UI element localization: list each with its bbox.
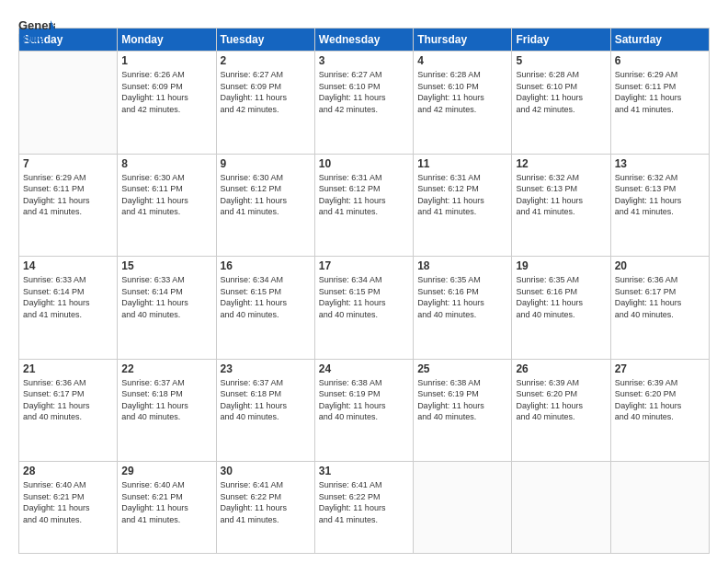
day-number: 11 xyxy=(417,157,507,170)
day-info: Sunrise: 6:29 AM Sunset: 6:11 PM Dayligh… xyxy=(615,69,705,115)
day-number: 14 xyxy=(23,259,113,272)
day-number: 18 xyxy=(417,259,507,272)
day-info: Sunrise: 6:40 AM Sunset: 6:21 PM Dayligh… xyxy=(121,479,211,525)
calendar-cell xyxy=(414,462,512,554)
day-info: Sunrise: 6:41 AM Sunset: 6:22 PM Dayligh… xyxy=(319,479,409,525)
day-number: 5 xyxy=(516,54,606,67)
day-info: Sunrise: 6:35 AM Sunset: 6:16 PM Dayligh… xyxy=(417,274,507,320)
weekday-header-monday: Monday xyxy=(118,29,216,52)
calendar-cell: 5Sunrise: 6:28 AM Sunset: 6:10 PM Daylig… xyxy=(512,52,610,155)
day-info: Sunrise: 6:40 AM Sunset: 6:21 PM Dayligh… xyxy=(23,479,113,525)
day-info: Sunrise: 6:39 AM Sunset: 6:20 PM Dayligh… xyxy=(516,377,606,423)
calendar-cell: 13Sunrise: 6:32 AM Sunset: 6:13 PM Dayli… xyxy=(610,154,709,257)
day-info: Sunrise: 6:37 AM Sunset: 6:18 PM Dayligh… xyxy=(221,377,311,423)
calendar-cell: 21Sunrise: 6:36 AM Sunset: 6:17 PM Dayli… xyxy=(19,359,118,462)
day-info: Sunrise: 6:35 AM Sunset: 6:16 PM Dayligh… xyxy=(516,274,606,320)
svg-text:Blue: Blue xyxy=(18,31,44,45)
day-info: Sunrise: 6:33 AM Sunset: 6:14 PM Dayligh… xyxy=(121,274,211,320)
day-number: 17 xyxy=(319,259,409,272)
calendar-cell: 25Sunrise: 6:38 AM Sunset: 6:19 PM Dayli… xyxy=(414,359,512,462)
logo-icon-svg: GeneralBlue xyxy=(18,17,55,50)
day-number: 2 xyxy=(221,54,311,67)
day-info: Sunrise: 6:36 AM Sunset: 6:17 PM Dayligh… xyxy=(23,377,113,423)
calendar-cell: 4Sunrise: 6:28 AM Sunset: 6:10 PM Daylig… xyxy=(414,52,512,155)
calendar-cell: 27Sunrise: 6:39 AM Sunset: 6:20 PM Dayli… xyxy=(610,359,709,462)
day-number: 24 xyxy=(319,362,409,375)
day-number: 6 xyxy=(615,54,705,67)
day-info: Sunrise: 6:28 AM Sunset: 6:10 PM Dayligh… xyxy=(417,69,507,115)
weekday-header-wednesday: Wednesday xyxy=(314,29,413,52)
day-number: 27 xyxy=(615,362,705,375)
day-number: 1 xyxy=(121,54,211,67)
day-info: Sunrise: 6:30 AM Sunset: 6:11 PM Dayligh… xyxy=(121,172,211,218)
weekday-header-thursday: Thursday xyxy=(414,29,512,52)
day-number: 7 xyxy=(23,157,113,170)
calendar-cell: 23Sunrise: 6:37 AM Sunset: 6:18 PM Dayli… xyxy=(216,359,314,462)
weekday-header-friday: Friday xyxy=(512,29,610,52)
calendar-cell: 7Sunrise: 6:29 AM Sunset: 6:11 PM Daylig… xyxy=(19,154,118,257)
day-info: Sunrise: 6:31 AM Sunset: 6:12 PM Dayligh… xyxy=(417,172,507,218)
day-info: Sunrise: 6:28 AM Sunset: 6:10 PM Dayligh… xyxy=(516,69,606,115)
day-info: Sunrise: 6:27 AM Sunset: 6:10 PM Dayligh… xyxy=(319,69,409,115)
calendar-cell: 30Sunrise: 6:41 AM Sunset: 6:22 PM Dayli… xyxy=(216,462,314,554)
day-number: 26 xyxy=(516,362,606,375)
week-row-4: 21Sunrise: 6:36 AM Sunset: 6:17 PM Dayli… xyxy=(19,359,710,462)
calendar-cell: 11Sunrise: 6:31 AM Sunset: 6:12 PM Dayli… xyxy=(414,154,512,257)
day-info: Sunrise: 6:34 AM Sunset: 6:15 PM Dayligh… xyxy=(221,274,311,320)
day-info: Sunrise: 6:38 AM Sunset: 6:19 PM Dayligh… xyxy=(319,377,409,423)
calendar-cell: 9Sunrise: 6:30 AM Sunset: 6:12 PM Daylig… xyxy=(216,154,314,257)
day-number: 15 xyxy=(121,259,211,272)
day-number: 31 xyxy=(319,465,409,477)
calendar-cell: 10Sunrise: 6:31 AM Sunset: 6:12 PM Dayli… xyxy=(314,154,413,257)
day-number: 23 xyxy=(221,362,311,375)
calendar-cell xyxy=(610,462,709,554)
calendar-cell: 6Sunrise: 6:29 AM Sunset: 6:11 PM Daylig… xyxy=(610,52,709,155)
weekday-header-tuesday: Tuesday xyxy=(216,29,314,52)
calendar-cell: 14Sunrise: 6:33 AM Sunset: 6:14 PM Dayli… xyxy=(19,257,118,360)
calendar-cell: 20Sunrise: 6:36 AM Sunset: 6:17 PM Dayli… xyxy=(610,257,709,360)
day-info: Sunrise: 6:27 AM Sunset: 6:09 PM Dayligh… xyxy=(221,69,311,115)
calendar-cell: 16Sunrise: 6:34 AM Sunset: 6:15 PM Dayli… xyxy=(216,257,314,360)
weekday-header-saturday: Saturday xyxy=(610,29,709,52)
day-info: Sunrise: 6:32 AM Sunset: 6:13 PM Dayligh… xyxy=(516,172,606,218)
calendar-cell: 18Sunrise: 6:35 AM Sunset: 6:16 PM Dayli… xyxy=(414,257,512,360)
day-number: 20 xyxy=(615,259,705,272)
calendar-cell: 24Sunrise: 6:38 AM Sunset: 6:19 PM Dayli… xyxy=(314,359,413,462)
day-number: 9 xyxy=(221,157,311,170)
day-info: Sunrise: 6:39 AM Sunset: 6:20 PM Dayligh… xyxy=(615,377,705,423)
weekday-header-row: SundayMondayTuesdayWednesdayThursdayFrid… xyxy=(19,29,710,52)
calendar-cell: 8Sunrise: 6:30 AM Sunset: 6:11 PM Daylig… xyxy=(118,154,216,257)
calendar-cell: 15Sunrise: 6:33 AM Sunset: 6:14 PM Dayli… xyxy=(118,257,216,360)
day-number: 12 xyxy=(516,157,606,170)
calendar-cell: 22Sunrise: 6:37 AM Sunset: 6:18 PM Dayli… xyxy=(118,359,216,462)
week-row-2: 7Sunrise: 6:29 AM Sunset: 6:11 PM Daylig… xyxy=(19,154,710,257)
day-number: 10 xyxy=(319,157,409,170)
week-row-5: 28Sunrise: 6:40 AM Sunset: 6:21 PM Dayli… xyxy=(19,462,710,554)
day-info: Sunrise: 6:31 AM Sunset: 6:12 PM Dayligh… xyxy=(319,172,409,218)
header: GeneralBlue xyxy=(18,17,710,18)
day-info: Sunrise: 6:29 AM Sunset: 6:11 PM Dayligh… xyxy=(23,172,113,218)
day-info: Sunrise: 6:41 AM Sunset: 6:22 PM Dayligh… xyxy=(221,479,311,525)
calendar-cell: 29Sunrise: 6:40 AM Sunset: 6:21 PM Dayli… xyxy=(118,462,216,554)
day-info: Sunrise: 6:32 AM Sunset: 6:13 PM Dayligh… xyxy=(615,172,705,218)
calendar-cell: 31Sunrise: 6:41 AM Sunset: 6:22 PM Dayli… xyxy=(314,462,413,554)
day-info: Sunrise: 6:26 AM Sunset: 6:09 PM Dayligh… xyxy=(121,69,211,115)
calendar-cell: 3Sunrise: 6:27 AM Sunset: 6:10 PM Daylig… xyxy=(314,52,413,155)
day-number: 3 xyxy=(319,54,409,67)
day-number: 22 xyxy=(121,362,211,375)
day-number: 4 xyxy=(417,54,507,67)
day-number: 29 xyxy=(121,465,211,477)
svg-text:General: General xyxy=(18,18,55,32)
day-number: 28 xyxy=(23,465,113,477)
day-info: Sunrise: 6:30 AM Sunset: 6:12 PM Dayligh… xyxy=(221,172,311,218)
calendar-cell: 12Sunrise: 6:32 AM Sunset: 6:13 PM Dayli… xyxy=(512,154,610,257)
day-number: 19 xyxy=(516,259,606,272)
calendar-cell: 19Sunrise: 6:35 AM Sunset: 6:16 PM Dayli… xyxy=(512,257,610,360)
day-info: Sunrise: 6:37 AM Sunset: 6:18 PM Dayligh… xyxy=(121,377,211,423)
day-number: 16 xyxy=(221,259,311,272)
calendar-cell: 2Sunrise: 6:27 AM Sunset: 6:09 PM Daylig… xyxy=(216,52,314,155)
day-info: Sunrise: 6:36 AM Sunset: 6:17 PM Dayligh… xyxy=(615,274,705,320)
calendar-cell xyxy=(512,462,610,554)
day-number: 13 xyxy=(615,157,705,170)
day-number: 30 xyxy=(221,465,311,477)
